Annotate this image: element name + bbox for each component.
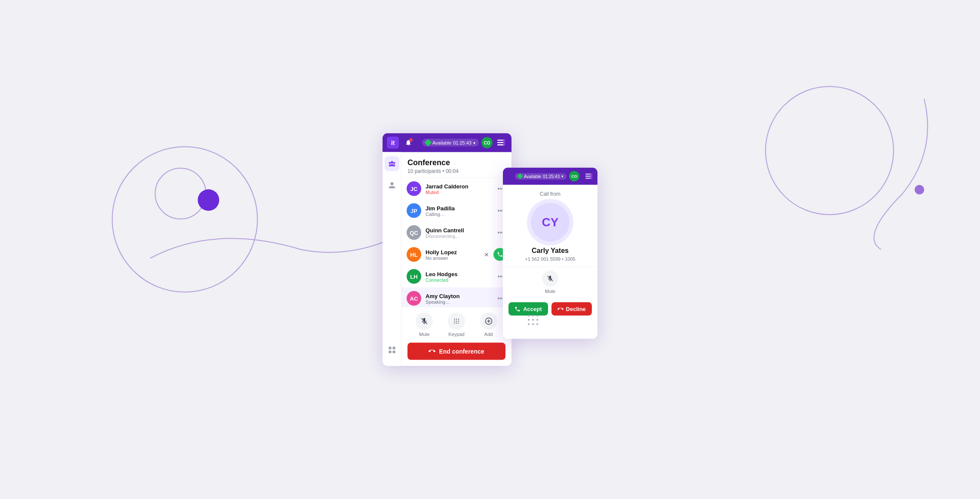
participant-row[interactable]: LH Leo Hodges Connected ••• bbox=[401, 266, 511, 288]
svg-point-32 bbox=[528, 319, 530, 321]
add-label: Add bbox=[484, 332, 493, 337]
conference-header: Conference 10 participants • 00:04 bbox=[401, 152, 511, 178]
avatar: QC bbox=[407, 225, 421, 240]
svg-point-18 bbox=[454, 323, 455, 323]
notification-bell[interactable] bbox=[402, 137, 414, 149]
decline-label: Decline bbox=[566, 306, 586, 312]
keypad-button[interactable]: Keypad bbox=[448, 313, 465, 337]
deco-curve-left bbox=[129, 215, 387, 301]
mute-button[interactable]: Mute bbox=[416, 313, 433, 337]
caller-avatar: CY bbox=[531, 203, 570, 242]
participant-row[interactable]: ⋮⋮ HL Holly Lopez No answer ✕ bbox=[401, 244, 511, 266]
deco-dot-left bbox=[198, 189, 219, 211]
status-label: Available bbox=[432, 140, 451, 145]
svg-rect-7 bbox=[389, 347, 391, 349]
participant-status: Muted bbox=[426, 189, 491, 194]
status-diamond-icon bbox=[517, 173, 523, 179]
participant-status: Connected bbox=[426, 277, 491, 282]
participant-info: Leo Hodges Connected bbox=[426, 271, 491, 282]
svg-point-5 bbox=[389, 162, 391, 164]
avatar: HL bbox=[407, 247, 421, 262]
incoming-mute-label: Mute bbox=[545, 289, 555, 294]
participant-name: Quinn Cantrell bbox=[426, 227, 491, 233]
incoming-status-label: Available bbox=[524, 174, 541, 179]
call-controls: Mute Keypad bbox=[401, 307, 511, 340]
participant-row[interactable]: QC Quinn Cantrell Disconnecting… ••• bbox=[401, 222, 511, 244]
svg-point-20 bbox=[458, 323, 459, 323]
svg-point-16 bbox=[456, 320, 457, 321]
add-icon bbox=[480, 313, 497, 330]
participant-status: No answer bbox=[426, 255, 478, 260]
call-from-label: Call from bbox=[503, 185, 597, 200]
svg-point-15 bbox=[454, 320, 455, 321]
deco-dot-right bbox=[915, 185, 924, 194]
caller-name: Carly Yates bbox=[503, 247, 597, 255]
participant-info: Quinn Cantrell Disconnecting… bbox=[426, 227, 491, 238]
svg-rect-8 bbox=[392, 347, 395, 349]
caller-number: +1 562 001 5599 • 1005 bbox=[503, 255, 597, 267]
participant-name: Amy Clayton bbox=[426, 293, 491, 299]
bottom-grid-dots bbox=[503, 314, 580, 330]
participant-info: Jarrad Calderon Muted bbox=[426, 183, 491, 194]
conference-panel: it Available 01:25:43 ▾ CO bbox=[383, 133, 511, 366]
conference-title: Conference bbox=[407, 158, 505, 167]
svg-point-4 bbox=[391, 161, 393, 164]
caller-initials: CY bbox=[542, 216, 559, 229]
incoming-menu-icon[interactable] bbox=[584, 171, 594, 182]
avatar: AC bbox=[407, 291, 421, 306]
incoming-status-dropdown[interactable]: Available 01:25:43 ▾ bbox=[515, 173, 567, 179]
end-conference-button[interactable]: End conference bbox=[407, 343, 505, 360]
svg-point-35 bbox=[528, 323, 530, 325]
participant-info: Amy Clayton Speaking… bbox=[426, 293, 491, 304]
menu-icon[interactable] bbox=[495, 137, 507, 149]
incoming-call-panel: Available 01:25:43 ▾ CO Call from CY bbox=[503, 168, 597, 339]
panel-main-content: Conference 10 participants • 00:04 JC Ja… bbox=[401, 152, 511, 366]
conference-topbar: it Available 01:25:43 ▾ CO bbox=[383, 133, 511, 152]
participant-name: Jarrad Calderon bbox=[426, 183, 491, 189]
participant-name: Holly Lopez bbox=[426, 249, 478, 255]
participants-list: JC Jarrad Calderon Muted ••• JP Jim Padi… bbox=[401, 178, 511, 307]
participant-status: Calling… bbox=[426, 211, 491, 216]
keypad-label: Keypad bbox=[448, 332, 464, 337]
add-button[interactable]: Add bbox=[480, 313, 497, 337]
app-logo: it bbox=[387, 137, 399, 149]
svg-point-34 bbox=[536, 319, 538, 321]
participant-row[interactable]: JC Jarrad Calderon Muted ••• bbox=[401, 178, 511, 200]
svg-rect-10 bbox=[392, 351, 395, 353]
svg-point-13 bbox=[456, 319, 457, 320]
status-dropdown[interactable]: Available 01:25:43 ▾ bbox=[422, 139, 479, 147]
svg-point-31 bbox=[536, 315, 538, 317]
timer-label: 01:25:43 bbox=[453, 140, 472, 145]
incoming-user-avatar[interactable]: CO bbox=[569, 171, 579, 182]
sidebar-calls-icon[interactable] bbox=[385, 157, 399, 171]
participant-name: Leo Hodges bbox=[426, 271, 491, 277]
participant-row[interactable]: AC Amy Clayton Speaking… ••• bbox=[401, 288, 511, 307]
svg-point-19 bbox=[456, 323, 457, 323]
panels-wrapper: it Available 01:25:43 ▾ CO bbox=[383, 133, 597, 366]
participant-status: Disconnecting… bbox=[426, 233, 491, 238]
chevron-down-icon: ▾ bbox=[473, 140, 475, 145]
participant-info: Jim Padilla Calling… bbox=[426, 205, 491, 216]
keypad-icon bbox=[448, 313, 465, 330]
svg-point-6 bbox=[393, 162, 395, 164]
deco-circle-right-large bbox=[765, 86, 894, 215]
sidebar-contacts-icon[interactable] bbox=[385, 178, 399, 193]
drag-handle-icon: ⋮⋮ bbox=[401, 252, 407, 257]
participant-name: Jim Padilla bbox=[426, 205, 491, 211]
remove-icon[interactable]: ✕ bbox=[482, 250, 491, 259]
accept-label: Accept bbox=[523, 306, 542, 312]
caller-avatar-wrapper: CY bbox=[503, 200, 597, 247]
avatar: LH bbox=[407, 269, 421, 284]
mute-label: Mute bbox=[419, 332, 429, 337]
deco-curve-right bbox=[774, 86, 946, 258]
user-avatar[interactable]: CO bbox=[481, 137, 493, 148]
incoming-mute-section: Mute bbox=[503, 267, 597, 299]
deco-circle-left-small bbox=[155, 168, 206, 219]
conference-subtitle: 10 participants • 00:04 bbox=[407, 168, 505, 174]
incoming-mute-button[interactable] bbox=[542, 271, 558, 287]
svg-point-17 bbox=[458, 320, 459, 321]
sidebar-apps-icon[interactable] bbox=[385, 343, 399, 357]
svg-point-33 bbox=[532, 319, 534, 321]
participant-row[interactable]: JP Jim Padilla Calling… ••• bbox=[401, 200, 511, 222]
avatar: JP bbox=[407, 203, 421, 218]
